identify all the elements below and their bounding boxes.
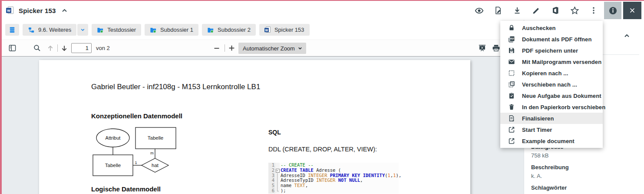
finalize-doc-check-icon xyxy=(508,115,515,122)
menu-item-dokument-als-pdf-oeffnen[interactable]: PDF Dokument als PDF öffnen xyxy=(500,33,603,45)
database-icon xyxy=(9,27,16,33)
svg-text:Attribut: Attribut xyxy=(106,135,121,140)
zoom-out-button[interactable] xyxy=(211,40,222,56)
breadcrumb-root-database[interactable] xyxy=(5,24,19,36)
open-in-new-icon xyxy=(508,137,515,144)
sql-heading: SQL xyxy=(268,129,281,136)
edit-pencil-button[interactable] xyxy=(528,2,545,19)
field-label: Beschreibung xyxy=(531,164,635,171)
menu-item-label: Dokument als PDF öffnen xyxy=(522,36,591,43)
ddl-line: DDL (CREATE, DROP, ALTER, VIEW): xyxy=(268,146,377,153)
menu-item-label: Verschieben nach ... xyxy=(522,81,577,88)
download-button[interactable] xyxy=(509,2,526,19)
doc-section-heading: Logische Datenmodell xyxy=(91,185,161,193)
breadcrumb-item-subdossier2[interactable]: Subdossier 2 xyxy=(202,24,256,36)
field-label: Schlagwörter xyxy=(531,184,635,191)
doc-author-line: Gabriel Beutler - inf2108g - M153 Lernko… xyxy=(91,83,260,91)
office-button[interactable] xyxy=(547,2,564,19)
app-window: W Spicker 153 xyxy=(0,0,644,194)
svg-text:Tabelle: Tabelle xyxy=(148,135,163,140)
word-document-icon: W xyxy=(264,27,271,33)
pdf-viewer[interactable]: Gabriel Beutler - inf2108g - M153 Lernko… xyxy=(2,57,524,194)
close-button[interactable] xyxy=(623,2,641,19)
menu-item-label: PDF speichern unter xyxy=(522,47,578,54)
pdf-page: Gabriel Beutler - inf2108g - M153 Lernko… xyxy=(39,60,470,194)
toolbar-divider xyxy=(57,44,58,52)
er-diagram: Attribut Tabelle Tabelle hat m 1 xyxy=(88,124,183,182)
task-check-icon xyxy=(508,92,515,99)
search-button[interactable] xyxy=(30,40,43,56)
breadcrumb-item-subdossier1[interactable]: Subdossier 1 xyxy=(145,24,198,36)
toolbar-divider xyxy=(225,44,225,52)
capture-edge-top xyxy=(0,0,644,1)
zoom-select[interactable]: Automatischer Zoom xyxy=(238,43,306,54)
field-value: k. A. xyxy=(531,173,635,179)
svg-text:hat: hat xyxy=(152,163,159,168)
menu-item-label: Kopieren nach ... xyxy=(522,70,568,77)
svg-text:PDF: PDF xyxy=(510,38,514,40)
chevron-down-icon xyxy=(297,46,303,51)
lock-icon xyxy=(508,24,515,31)
code-line: 6); xyxy=(268,188,399,194)
previous-page-button[interactable] xyxy=(44,40,56,56)
sidebar-toggle-button[interactable] xyxy=(5,40,19,56)
breadcrumb-label: Spicker 153 xyxy=(274,27,304,33)
breadcrumb: 9.6. Weiteres Testdossier Subdossier 1 xyxy=(2,20,524,40)
presentation-mode-button[interactable] xyxy=(475,40,489,56)
breadcrumb-label: Subdossier 2 xyxy=(218,27,251,33)
breadcrumb-item-weiteres[interactable]: 9.6. Weiteres xyxy=(23,24,76,36)
svg-text:1: 1 xyxy=(135,161,137,165)
breadcrumb-label: Testdossier xyxy=(107,27,136,33)
document-title: Spicker 153 xyxy=(19,7,56,14)
zoom-in-button[interactable] xyxy=(226,40,237,56)
breadcrumb-label: Subdossier 1 xyxy=(160,27,193,33)
menu-item-auschecken[interactable]: Auschecken xyxy=(500,22,603,33)
sql-code-block: 1-- CREATE --2CREATE TABLE Adresse (3Adr… xyxy=(268,163,399,194)
pdf-toolbar: von 2 Automatischer Zoom xyxy=(2,40,524,57)
info-button[interactable] xyxy=(604,2,621,19)
breadcrumb-item-spicker153[interactable]: W Spicker 153 xyxy=(259,24,310,36)
capture-edge-left xyxy=(0,0,2,194)
field-beschreibung: Beschreibung k. A. xyxy=(531,164,635,179)
folder-icon xyxy=(150,27,157,33)
menu-item-neue-aufgabe-aus-dokument[interactable]: Neue Aufgabe aus Dokument xyxy=(500,90,603,101)
menu-item-in-den-papierkorb-verschieben[interactable]: In den Papierkorb verschieben xyxy=(500,101,603,113)
menu-item-example-document[interactable]: Example document xyxy=(500,135,603,147)
document-edit-button[interactable] xyxy=(489,2,507,19)
move-icon xyxy=(508,81,515,88)
doc-section-heading: Konzeptionellen Datenmodell xyxy=(91,112,182,120)
menu-item-verschieben-nach[interactable]: Verschieben nach ... xyxy=(500,79,603,90)
menu-item-label: In den Papierkorb verschieben xyxy=(522,104,605,110)
menu-item-mit-mailprogramm-versenden[interactable]: Mit Mailprogramm versenden xyxy=(500,56,603,67)
zoom-select-value: Automatischer Zoom xyxy=(243,45,295,52)
svg-text:Tabelle: Tabelle xyxy=(105,163,121,168)
trash-icon xyxy=(508,104,515,110)
hierarchy-icon xyxy=(28,27,35,33)
page-number-input[interactable] xyxy=(71,43,92,53)
field-schlagwoerter: Schlagwörter xyxy=(531,184,635,191)
next-page-button[interactable] xyxy=(58,40,70,56)
menu-item-label: Neue Aufgabe aus Dokument xyxy=(522,93,601,99)
menu-item-pdf-speichern-unter[interactable]: PDF speichern unter xyxy=(500,45,603,56)
preview-eye-button[interactable] xyxy=(470,2,488,19)
svg-text:m: m xyxy=(150,151,154,155)
menu-item-start-timer[interactable]: Start Timer xyxy=(500,124,603,135)
chevron-down-icon xyxy=(80,27,86,33)
menu-item-finalisieren[interactable]: Finalisieren xyxy=(500,113,603,124)
menu-item-kopieren-nach[interactable]: Kopieren nach ... xyxy=(500,67,603,79)
chevron-up-icon[interactable] xyxy=(61,7,68,14)
page-count-label: von 2 xyxy=(96,45,110,51)
open-in-new-icon xyxy=(508,126,515,133)
breadcrumb-dropdown-toggle[interactable] xyxy=(77,24,88,36)
menu-item-label: Auschecken xyxy=(522,25,556,31)
copy-select-icon xyxy=(508,70,515,77)
folder-icon xyxy=(207,27,214,33)
breadcrumb-item-testdossier[interactable]: Testdossier xyxy=(92,24,141,36)
folder-icon xyxy=(97,27,104,33)
context-menu: Auschecken PDF Dokument als PDF öffnen P… xyxy=(500,21,603,148)
star-button[interactable] xyxy=(566,2,583,19)
pdf-icon: PDF xyxy=(508,36,515,43)
code-line: 5name TEXT, xyxy=(268,183,399,188)
sidebar-collapse-button[interactable] xyxy=(621,30,633,42)
kebab-menu-button[interactable] xyxy=(585,2,602,19)
